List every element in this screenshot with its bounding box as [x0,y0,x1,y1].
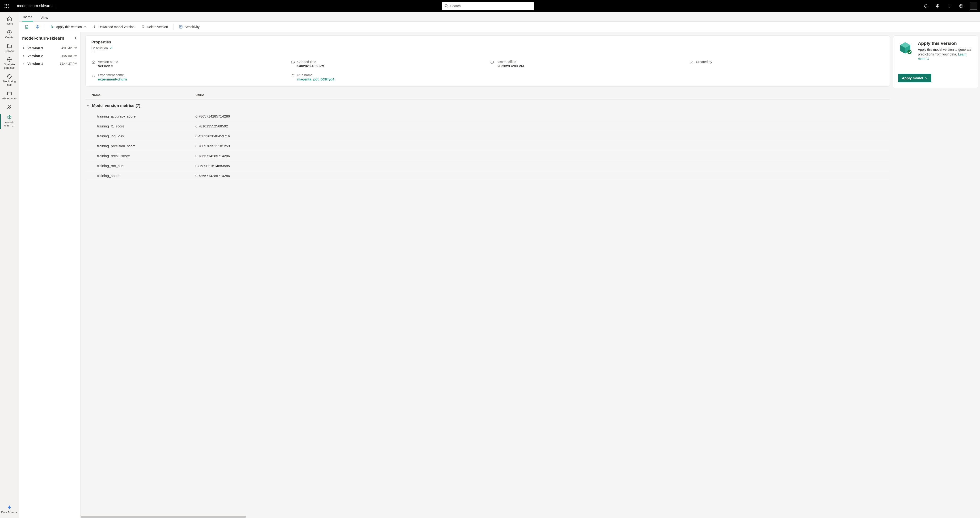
version-name: Version 3 [27,46,62,50]
nav-monitoring[interactable]: Monitoring hub [1,72,18,89]
search-input[interactable] [450,4,532,8]
prop-label: Created time [298,60,325,64]
svg-point-24 [10,106,11,107]
tab-view[interactable]: View [40,14,49,21]
svg-point-11 [937,5,938,6]
refresh-icon [490,60,494,64]
refresh-button[interactable] [22,23,31,30]
svg-point-4 [6,5,7,6]
app-launcher-button[interactable] [2,1,11,11]
nav-create[interactable]: Create [1,28,18,41]
delete-version-button[interactable]: Delete version [139,24,170,30]
nav-label: Home [6,22,13,25]
toolbar-label: Delete version [147,25,168,29]
nav-label: Browse [5,49,14,53]
created-time-value: 5/8/2023 4:09 PM [298,64,325,68]
waffle-icon [5,4,9,8]
apply-version-card: Apply this version Apply this model vers… [893,35,978,88]
apply-card-desc: Apply this model version to generate pre… [918,48,973,61]
metric-row: training_accuracy_score0.786571428571428… [86,111,890,121]
feedback-button[interactable] [957,2,966,10]
svg-point-3 [5,5,5,6]
nav-home[interactable]: Home [1,14,18,28]
help-button[interactable] [945,2,954,10]
run-name-link[interactable]: magenta_pot_509tfyd4 [298,78,334,81]
metric-value: 0.7865714285714286 [196,154,230,158]
pencil-icon [110,46,113,49]
nav-onelake[interactable]: OneLake data hub [1,55,18,72]
bell-icon [924,4,928,8]
nav-label: Create [5,36,13,39]
prop-label: Experiment name [98,73,127,77]
prop-label: Version name [98,60,118,64]
trash-icon [141,25,145,29]
people-icon [7,104,12,110]
nav-model-churn[interactable]: model-churn-... [1,113,18,130]
user-avatar[interactable] [970,2,977,10]
version-list-item[interactable]: Version 21:07:50 PM [21,52,78,60]
chevron-down-icon [84,26,86,28]
svg-rect-21 [7,92,11,95]
version-list-item[interactable]: Version 34:09:42 PM [21,44,78,52]
col-header-name: Name [92,93,196,97]
home-icon [7,16,12,21]
nav-workspaces[interactable]: Workspaces [1,89,18,103]
nav-people[interactable] [1,102,18,113]
toolbar-label: Apply this version [56,25,82,29]
gear-icon [35,25,40,29]
settings-toolbar-button[interactable] [33,23,42,30]
svg-point-28 [691,61,692,62]
search-box[interactable] [442,2,534,10]
nav-label: Data Science [1,511,17,514]
download-icon [93,25,97,29]
metric-name: training_accuracy_score [92,114,196,118]
prop-label: Created by [696,60,712,64]
version-list-item[interactable]: Version 112:44:27 PM [21,60,78,67]
model-cube-illustration [898,41,914,55]
apply-model-button[interactable]: Apply model [898,74,931,83]
experiment-name-link[interactable]: experiment-churn [98,78,127,81]
version-name-value: Version 3 [98,64,118,68]
svg-point-8 [8,7,9,8]
action-toolbar: Apply this version Download model versio… [19,22,980,32]
nav-data-science[interactable]: Data Science [1,503,18,516]
metric-row: training_roc_auc0.8589021514883585 [86,161,890,171]
metrics-group-title: Model version metrics (7) [92,103,140,108]
top-app-bar: model-churn-sklearn [0,0,980,12]
version-panel-title: model-churn-sklearn [22,36,64,41]
toolbar-separator [45,24,45,30]
metric-value: 0.781013552568592 [196,124,228,128]
version-name: Version 2 [27,54,62,58]
sensitivity-button[interactable]: Sensitivity [176,23,202,30]
svg-point-25 [37,26,38,27]
prop-label: Last modified [496,60,524,64]
nav-label: model-churn-... [1,121,18,127]
metric-value: 0.4383202046459716 [196,134,230,138]
nav-label: Workspaces [2,97,17,100]
chevron-down-icon [925,77,928,79]
nav-label: Monitoring hub [1,80,18,87]
description-label: Description [91,46,108,50]
globe-icon [7,57,12,62]
apply-version-button[interactable]: Apply this version [48,24,89,30]
settings-button[interactable] [933,2,942,10]
download-model-button[interactable]: Download model version [91,24,137,30]
metric-name: training_log_loss [92,134,196,138]
metric-value: 0.7809789511181253 [196,144,230,148]
edit-description-button[interactable] [110,46,113,50]
nav-browse[interactable]: Browse [1,41,18,55]
metric-value: 0.7865714285714286 [196,114,230,118]
horizontal-scrollbar[interactable] [81,516,978,518]
prop-label: Run name [298,73,334,77]
version-time: 12:44:27 PM [60,62,77,65]
metric-row: training_f1_score0.781013552568592 [86,121,890,131]
svg-point-7 [6,7,7,8]
version-list-panel: model-churn-sklearn Version 34:09:42 PMV… [19,32,81,518]
tab-home[interactable]: Home [22,13,33,21]
collapse-panel-button[interactable] [74,37,77,40]
monitor-icon [7,74,12,79]
notifications-button[interactable] [921,2,930,10]
col-header-value: Value [196,93,204,97]
metrics-group-toggle[interactable]: Model version metrics (7) [86,100,890,111]
version-time: 4:09:42 PM [62,46,77,50]
